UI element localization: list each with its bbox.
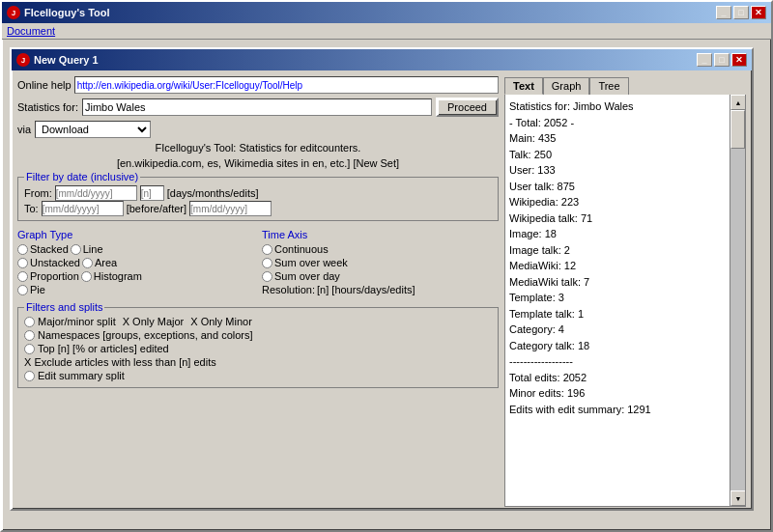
- inner-app-icon: J: [16, 53, 30, 67]
- inner-titlebar-left: J New Query 1: [16, 53, 99, 67]
- scroll-thumb[interactable]: [730, 110, 745, 149]
- filter-row-1: Major/minor split X Only Major X Only Mi…: [24, 316, 492, 327]
- filter-row-2: Namespaces [groups, exceptions, and colo…: [24, 329, 492, 341]
- text-line-10: Image talk: 2: [509, 242, 726, 259]
- radio-histogram[interactable]: [81, 271, 92, 282]
- radio-pie-row: Pie: [17, 284, 254, 295]
- radio-edit-summary[interactable]: [24, 371, 35, 381]
- scroll-up-button[interactable]: ▲: [730, 95, 746, 110]
- radio-continuous[interactable]: [262, 244, 272, 255]
- maximize-button[interactable]: □: [733, 6, 749, 19]
- date-from-row: From: [days/months/edits]: [24, 185, 492, 201]
- filter-date-title: Filter by date (inclusive): [24, 171, 140, 182]
- text-line-3: Main: 435: [509, 130, 726, 147]
- from-label: From:: [24, 187, 52, 199]
- radio-stacked[interactable]: [17, 244, 28, 255]
- radio-top-n[interactable]: [24, 344, 35, 354]
- inner-minimize-button[interactable]: _: [697, 53, 712, 67]
- radio-line[interactable]: [71, 244, 81, 255]
- outer-titlebar: J FIcelloguy's Tool _ □ ✕: [2, 2, 771, 23]
- help-url-input[interactable]: [74, 76, 499, 94]
- to-date-input[interactable]: [42, 201, 124, 216]
- proceed-button[interactable]: Proceed: [436, 98, 499, 117]
- from-n-input[interactable]: [140, 185, 164, 201]
- label-pie: Pie: [30, 284, 45, 295]
- label-major-minor: Major/minor split: [38, 316, 116, 327]
- radio-unstacked-row: Unstacked Area: [17, 257, 254, 268]
- resolution-value: [n] [hours/days/edits]: [317, 284, 415, 295]
- label-x-only-major: X Only Major: [123, 316, 185, 327]
- filter-date-content: From: [days/months/edits] To: [before/af…: [24, 185, 492, 216]
- label-histogram: Histogram: [94, 270, 142, 282]
- via-select[interactable]: Download: [35, 121, 151, 138]
- radio-major-minor[interactable]: [24, 317, 35, 327]
- label-x-only-minor: X Only Minor: [190, 316, 252, 327]
- text-line-9: Image: 18: [509, 226, 726, 242]
- graph-type-col: Graph Type Stacked Line Unstacked: [17, 229, 254, 297]
- text-line-11: MediaWiki: 12: [509, 258, 726, 274]
- tab-tree[interactable]: Tree: [589, 77, 628, 95]
- tab-text[interactable]: Text: [504, 77, 543, 95]
- menubar: Document: [2, 23, 771, 40]
- text-line-4: Talk: 250: [509, 147, 726, 163]
- inner-close-button[interactable]: ✕: [731, 53, 747, 67]
- graph-time-section: Graph Type Stacked Line Unstacked: [17, 229, 499, 297]
- text-content-area: Statistics for: Jimbo Wales - Total: 205…: [505, 95, 730, 506]
- text-panel: Statistics for: Jimbo Wales - Total: 205…: [504, 95, 746, 507]
- filter-date-section: Filter by date (inclusive) From: [days/m…: [17, 177, 499, 221]
- filters-splits-title: Filters and splits: [24, 301, 104, 313]
- text-line-8: Wikipedia talk: 71: [509, 210, 726, 227]
- text-line-19: Edits with edit summary: 1291: [509, 402, 726, 418]
- radio-continuous-row: Continuous: [262, 243, 499, 255]
- outer-titlebar-buttons: _ □ ✕: [716, 6, 766, 19]
- filter-row-5: Edit summary split: [24, 370, 492, 381]
- label-area: Area: [95, 257, 117, 268]
- radio-area[interactable]: [82, 258, 93, 268]
- tab-graph[interactable]: Graph: [543, 77, 590, 95]
- radio-day-row: Sum over day: [262, 270, 499, 282]
- outer-window: J FIcelloguy's Tool _ □ ✕ Document J New…: [0, 0, 773, 532]
- stats-row: Statistics for: Proceed: [17, 98, 499, 117]
- time-axis-col: Time Axis Continuous Sum over week: [262, 229, 499, 297]
- to-date2-input[interactable]: [189, 201, 272, 216]
- radio-namespaces[interactable]: [24, 330, 35, 341]
- label-sum-day: Sum over day: [274, 270, 340, 282]
- inner-area: J New Query 1 _ □ ✕ Online help: [2, 40, 771, 528]
- scroll-track[interactable]: [730, 110, 745, 490]
- filter-row-3: Top [n] [% or articles] edited: [24, 343, 492, 354]
- menu-document[interactable]: Document: [7, 25, 55, 37]
- inner-titlebar: J New Query 1 _ □ ✕: [12, 49, 752, 70]
- label-unstacked: Unstacked: [30, 257, 80, 268]
- radio-proportion-row: Proportion Histogram: [17, 270, 254, 282]
- from-date-input[interactable]: [55, 185, 137, 201]
- resolution-row: Resolution: [n] [hours/days/edits]: [262, 284, 499, 295]
- time-axis-title: Time Axis: [262, 229, 499, 240]
- radio-unstacked[interactable]: [17, 258, 28, 268]
- label-top-n: Top [n] [% or articles] edited: [38, 343, 169, 354]
- text-line-7: Wikipedia: 223: [509, 194, 726, 210]
- close-button[interactable]: ✕: [751, 6, 766, 19]
- radio-proportion[interactable]: [17, 271, 28, 282]
- inner-window-title: New Query 1: [34, 54, 99, 66]
- inner-titlebar-buttons: _ □ ✕: [697, 53, 747, 67]
- radio-pie[interactable]: [17, 285, 28, 295]
- tab-bar: Text Graph Tree: [504, 77, 746, 96]
- label-exclude: X Exclude articles with less than [n] ed…: [24, 356, 216, 368]
- filters-splits-content: Major/minor split X Only Major X Only Mi…: [24, 316, 492, 381]
- text-line-15: Category: 4: [509, 322, 726, 338]
- label-sum-week: Sum over week: [274, 257, 348, 268]
- text-line-12: MediaWiki talk: 7: [509, 274, 726, 291]
- text-line-17: Total edits: 2052: [509, 370, 726, 386]
- scrollbar[interactable]: ▲ ▼: [730, 95, 745, 506]
- scroll-down-button[interactable]: ▼: [730, 490, 746, 506]
- inner-window: J New Query 1 _ □ ✕ Online help: [10, 47, 754, 511]
- info-line-2: [en.wikipedia.com, es, Wikimedia sites i…: [17, 157, 499, 169]
- stats-value-input[interactable]: [82, 98, 432, 116]
- radio-week-row: Sum over week: [262, 257, 499, 268]
- minimize-button[interactable]: _: [716, 6, 731, 19]
- radio-sum-day[interactable]: [262, 271, 272, 282]
- radio-sum-week[interactable]: [262, 258, 272, 268]
- outer-titlebar-left: J FIcelloguy's Tool: [7, 6, 110, 19]
- text-line-16: Category talk: 18: [509, 338, 726, 354]
- inner-maximize-button[interactable]: □: [714, 53, 730, 67]
